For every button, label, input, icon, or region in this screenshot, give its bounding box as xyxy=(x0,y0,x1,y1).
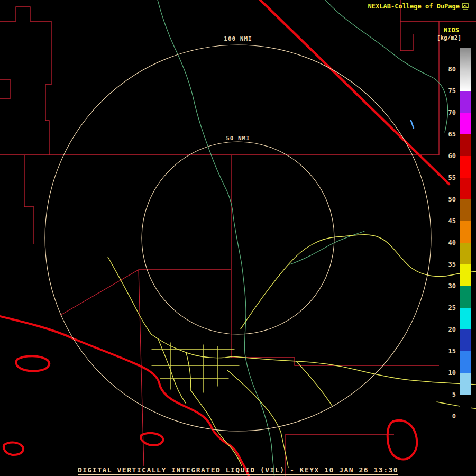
river-lines xyxy=(157,0,448,476)
colorbar-segment-75-80 xyxy=(460,69,471,91)
colorbar-units: [kg/m2] xyxy=(437,34,461,41)
colorbar-segment-5-10 xyxy=(460,373,471,395)
range-ring-label-100: 100 NMI xyxy=(185,35,291,42)
colorbar-title: NIDS xyxy=(444,26,459,34)
range-rings xyxy=(45,45,431,431)
state-boundary-line xyxy=(258,0,449,184)
colorbar-segment-80-85 xyxy=(460,48,471,69)
colorbar-segments xyxy=(460,48,471,416)
colorbar-segment-20-25 xyxy=(460,308,471,329)
status-bar: DIGITAL VERTICALLY INTEGRATED LIQUID (VI… xyxy=(0,464,476,474)
coastline xyxy=(0,316,417,476)
brand: NEXLAB-College of DuPage xyxy=(368,3,469,10)
range-ring-label-50: 50 NMI xyxy=(185,135,291,142)
colorbar-segment-10-15 xyxy=(460,351,471,373)
status-bar-text: DIGITAL VERTICALLY INTEGRATED LIQUID (VI… xyxy=(78,466,398,475)
colorbar-segment-0-5 xyxy=(460,395,471,416)
radar-viewer: NEXLAB-College of DuPage NIDS [kg/m2] 10… xyxy=(0,0,476,476)
colorbar-segment-70-75 xyxy=(460,91,471,113)
colorbar-segment-45-50 xyxy=(460,199,471,221)
colorbar-segment-35-40 xyxy=(460,243,471,264)
radar-map[interactable] xyxy=(0,0,476,476)
colorbar-segment-30-35 xyxy=(460,264,471,286)
colorbar-segment-50-55 xyxy=(460,178,471,199)
colorbar-segment-40-45 xyxy=(460,221,471,243)
colorbar-segment-60-65 xyxy=(460,134,471,156)
colorbar-segment-55-60 xyxy=(460,156,471,178)
colorbar-segment-25-30 xyxy=(460,286,471,308)
lake-mark xyxy=(411,121,414,128)
colorbar-segment-65-70 xyxy=(460,113,471,134)
county-boundary-lines xyxy=(0,0,476,476)
brand-text: NEXLAB-College of DuPage xyxy=(368,3,460,10)
cod-logo-icon xyxy=(462,3,469,10)
colorbar-segment-15-20 xyxy=(460,329,471,351)
